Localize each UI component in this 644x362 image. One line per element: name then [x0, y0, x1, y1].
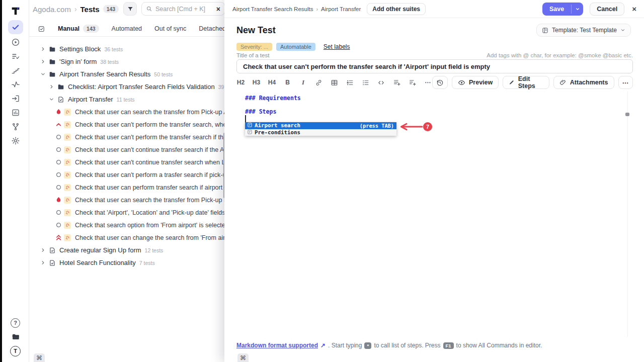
italic-button[interactable]: I [299, 78, 307, 86]
code-button[interactable] [377, 79, 385, 86]
set-labels-link[interactable]: Set labels [324, 43, 350, 50]
markdown-help-link[interactable]: Markdown format supported [236, 342, 318, 349]
tree-suite-row[interactable]: 'Sign in' form 38 tests [29, 55, 236, 68]
sidebar-item-docs[interactable] [8, 330, 24, 344]
chevron-down-icon[interactable] [40, 71, 46, 77]
autocomplete-item[interactable]: Pre-conditions [245, 129, 396, 136]
bold-button[interactable]: B [283, 79, 292, 86]
preview-label: Preview [469, 79, 493, 86]
breadcrumb-section: Tests [80, 5, 100, 14]
annotation-arrow-icon [399, 123, 423, 131]
edit-steps-label: Edit Steps [518, 75, 543, 89]
test-row[interactable]: Check that 'Airport', 'Location' and 'Pi… [29, 206, 236, 219]
more-actions-button[interactable]: ⋯ [618, 76, 633, 89]
test-row[interactable]: Check that user can search the transfer … [29, 106, 236, 118]
tab-detached[interactable]: Detached [199, 25, 226, 32]
add-step-list-button[interactable] [392, 78, 401, 86]
severity-normal-icon [55, 209, 62, 216]
bullet-list-button[interactable] [361, 79, 370, 86]
tab-automated[interactable]: Automated [112, 25, 142, 32]
brand-logo-icon[interactable] [10, 0, 21, 19]
paperclip-icon [559, 79, 567, 86]
chevron-right-icon[interactable] [40, 247, 46, 253]
sidebar-item-reports[interactable] [8, 106, 24, 120]
sidebar-item-settings[interactable] [8, 134, 24, 148]
add-other-suites-button[interactable]: Add other suites [367, 3, 426, 15]
test-row[interactable]: Check that user can't continue transfer … [29, 156, 236, 168]
panel-breadcrumb-current[interactable]: Airport Transfer [321, 6, 361, 12]
suite-count: 12 tests [145, 247, 164, 253]
footer-text: to call list of steps. Press [374, 342, 440, 349]
sidebar-item-analytics[interactable] [8, 77, 24, 92]
tree-suite-row[interactable]: Checklist: Airport Transfer Search Field… [29, 80, 236, 93]
document-check-icon [48, 259, 56, 266]
markdown-editor[interactable]: ### Requirements ### Steps Airport searc… [236, 92, 629, 344]
add-snippet-list-button[interactable] [408, 78, 417, 86]
edit-steps-button[interactable]: Edit Steps [503, 76, 549, 89]
table-button[interactable] [330, 79, 339, 86]
select-all-icon[interactable] [38, 25, 45, 33]
chevron-right-icon[interactable] [48, 84, 54, 89]
test-row[interactable]: Check that user can't perform the transf… [29, 131, 236, 143]
tree-suite-row[interactable]: Airport Transfer 11 tests [29, 93, 236, 106]
more-formats-button[interactable]: ⋯ [424, 79, 432, 86]
automatable-badge[interactable]: Automatable [276, 43, 315, 51]
heading4-button[interactable]: H4 [268, 79, 276, 86]
test-row[interactable]: Check that user can't perform a trasfer … [29, 168, 236, 181]
test-row[interactable]: Check that search option from 'From airp… [29, 219, 236, 231]
sidebar-item-import[interactable] [8, 92, 24, 106]
clear-search-icon[interactable]: × [216, 5, 220, 13]
test-row[interactable]: Check that user can't perform the transf… [29, 118, 236, 131]
manual-test-icon [64, 234, 71, 241]
close-icon[interactable]: × [632, 5, 636, 13]
history-button[interactable] [432, 76, 448, 89]
search-input[interactable] [155, 6, 213, 13]
preview-button[interactable]: Preview [452, 76, 499, 89]
test-row[interactable]: Check that user can perform transfer sea… [29, 181, 236, 194]
template-dropdown[interactable]: Template: Test Template [536, 24, 631, 37]
test-row[interactable]: Check that user can change the search fr… [29, 231, 236, 244]
tab-manual[interactable]: Manual 143 [58, 25, 99, 33]
ordered-list-button[interactable] [346, 79, 354, 86]
severity-normal-icon [55, 159, 62, 165]
sidebar-item-brand[interactable]: T [8, 344, 24, 358]
filter-button[interactable] [123, 2, 137, 16]
autocomplete-item-selected[interactable]: Airport search (press TAB) [245, 122, 396, 129]
link-button[interactable] [314, 79, 323, 86]
sidebar-item-tests[interactable] [8, 20, 23, 34]
chevron-right-icon[interactable] [40, 59, 46, 64]
chevron-down-icon[interactable] [48, 97, 54, 102]
save-button[interactable]: Save [542, 3, 571, 16]
sidebar-item-plans[interactable] [8, 49, 24, 63]
tree-suite-row[interactable]: Create regular Sign Up form 12 tests [29, 244, 236, 256]
sidebar-item-runs[interactable] [8, 35, 24, 49]
editor-scrollbar[interactable] [625, 113, 629, 116]
chevron-right-icon[interactable] [40, 260, 46, 265]
tree-suite-row[interactable]: Hotel Search Functionality 7 tests [29, 256, 236, 269]
heading3-button[interactable]: H3 [252, 79, 261, 86]
sidebar-item-help[interactable]: ? [8, 316, 24, 330]
code-icon [377, 79, 385, 86]
heading2-button[interactable]: H2 [236, 79, 245, 86]
severity-normal-icon [55, 134, 62, 140]
severity-badge[interactable]: Severity: ... [236, 43, 272, 51]
sidebar-item-milestones[interactable] [8, 63, 24, 77]
attachments-button[interactable]: Attachments [553, 76, 614, 89]
test-row[interactable]: Check that user can search the transfer … [29, 194, 236, 206]
tree-suite-row[interactable]: Airport Transfer Search Results 50 tests [29, 68, 236, 80]
panel-breadcrumb-parent[interactable]: Airport Transfer Search Results [232, 6, 313, 12]
save-options-button[interactable] [572, 3, 583, 16]
eye-icon [458, 79, 465, 86]
test-row[interactable]: Check that user can't continue transfer … [29, 143, 236, 156]
chevron-right-icon[interactable] [40, 46, 46, 52]
tab-out-of-sync[interactable]: Out of sync [154, 25, 186, 32]
severity-normal-icon [55, 184, 62, 191]
sidebar-item-branches[interactable] [8, 120, 24, 134]
manual-test-icon [64, 146, 71, 153]
title-input[interactable] [237, 60, 632, 73]
title-field-label: Title of a test [236, 52, 269, 58]
tree-suite-row[interactable]: Settings Block 36 tests [29, 43, 236, 55]
tags-hint: Add tags with @ char, for example: @smok… [487, 52, 633, 58]
cancel-button[interactable]: Cancel [590, 3, 624, 16]
breadcrumb-project[interactable]: Agoda.com [33, 5, 71, 14]
